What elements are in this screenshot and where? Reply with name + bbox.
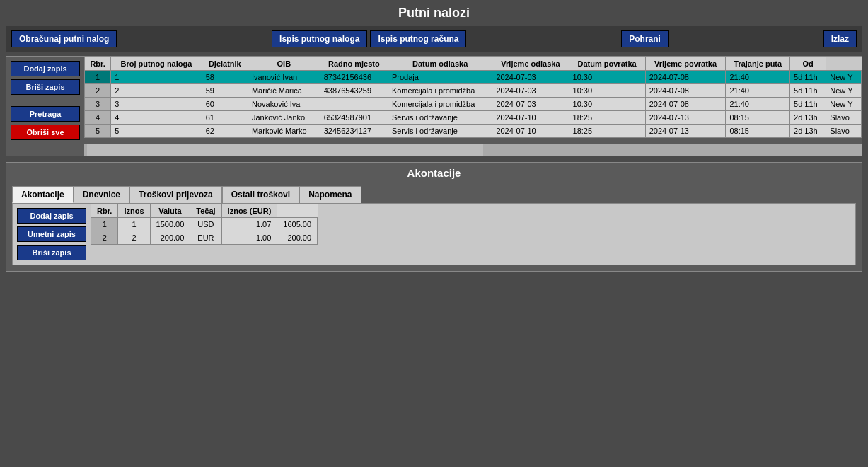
top-action-buttons: Dodaj zapis Briši zapis Pretraga Obriši … [6,57,84,144]
sub-table-row[interactable]: 22200.00EUR1.00200.00 [91,231,318,245]
sub-umetni-button[interactable]: Umetni zapis [17,226,86,242]
top-dodaj-button[interactable]: Dodaj zapis [11,61,80,76]
col-djelatnik: Djelatnik [202,57,248,71]
sub-col-rbr: Rbr. [91,204,118,218]
table-row[interactable]: 1158Ivanović Ivan87342156436Prodaja2024-… [85,71,862,84]
col-datum-odlaska: Datum odlaska [388,57,492,71]
top-pretraga-button[interactable]: Pretraga [11,106,80,122]
col-rbr: Rbr. [85,57,111,71]
izlaz-button[interactable]: Izlaz [823,30,857,47]
tab-napomena[interactable]: Napomena [299,186,361,203]
sub-action-buttons: Dodaj zapis Umetni zapis Briši zapis [13,204,91,265]
table-row[interactable]: 3360Novaković IvaKomercijala i promidžba… [85,98,862,111]
top-brisi-button[interactable]: Briši zapis [11,79,80,95]
sub-table-container: Rbr. Iznos Valuta Tečaj Iznos (EUR) 1115… [91,204,855,245]
bottom-title: Akontacije [6,163,862,183]
pohrani-button[interactable]: Pohrani [621,30,669,47]
tabs: AkontacijeDnevniceTroškovi prijevozaOsta… [6,183,862,203]
sub-col-tecaj: Tečaj [190,204,221,218]
col-radno-mjesto: Radno mjesto [320,57,388,71]
bottom-section: Akontacije AkontacijeDnevniceTroškovi pr… [6,162,862,272]
col-od: Od [790,57,826,71]
col-datum-povratka: Datum povratka [569,57,645,71]
table-row[interactable]: 2259Maričić Marica43876543259Komercijala… [85,84,862,98]
tab-akontacije[interactable]: Akontacije [12,186,74,203]
col-vrijeme-povratka: Vrijeme povratka [645,57,726,71]
obracunaj-button[interactable]: Obračunaj putni nalog [11,30,117,47]
tab-content: Dodaj zapis Umetni zapis Briši zapis Rbr… [12,203,856,265]
main-table-body: 1158Ivanović Ivan87342156436Prodaja2024-… [85,71,862,138]
top-section: Dodaj zapis Briši zapis Pretraga Obriši … [6,56,862,156]
sub-dodaj-button[interactable]: Dodaj zapis [17,208,86,224]
sub-table-header: Rbr. Iznos Valuta Tečaj Iznos (EUR) [91,204,318,218]
sub-col-iznos-eur: Iznos (EUR) [221,204,277,218]
col-oib: OIB [248,57,320,71]
top-obrisi-sve-button[interactable]: Obriši sve [11,125,80,140]
table-row[interactable]: 4461Janković Janko65324587901Servis i od… [85,111,862,125]
sub-brisi-button[interactable]: Briši zapis [17,245,86,260]
ispis-racuna-button[interactable]: Ispis putnog računa [370,30,466,47]
tab-ostali-troškovi[interactable]: Ostali troškovi [222,186,299,203]
col-vrijeme-odlaska: Vrijeme odlaska [492,57,569,71]
spacer [11,98,80,103]
sub-col-iznos: Iznos [118,204,150,218]
horizontal-scrollbar[interactable] [84,144,862,156]
sub-table: Rbr. Iznos Valuta Tečaj Iznos (EUR) 1115… [91,204,318,245]
main-table: Rbr. Broj putnog naloga Djelatnik OIB Ra… [84,57,862,138]
sub-col-valuta: Valuta [150,204,190,218]
sub-table-row[interactable]: 111500.00USD1.071605.00 [91,218,318,231]
table-row[interactable]: 5562Marković Marko32456234127Servis i od… [85,125,862,138]
main-table-header: Rbr. Broj putnog naloga Djelatnik OIB Ra… [85,57,862,71]
sub-table-body: 111500.00USD1.071605.0022200.00EUR1.0020… [91,218,318,245]
tab-troškovi-prijevoza[interactable]: Troškovi prijevoza [129,186,222,203]
main-table-container[interactable]: Rbr. Broj putnog naloga Djelatnik OIB Ra… [84,57,862,138]
col-broj: Broj putnog naloga [111,57,202,71]
ispis-naloga-button[interactable]: Ispis putnog naloga [272,30,367,47]
page-wrapper: Putni nalozi Obračunaj putni nalog Ispis… [0,0,868,467]
tab-dnevnice[interactable]: Dnevnice [74,186,129,203]
col-trajanje: Trajanje puta [726,57,790,71]
page-title: Putni nalozi [6,6,862,21]
toolbar: Obračunaj putni nalog Ispis putnog nalog… [6,26,862,52]
